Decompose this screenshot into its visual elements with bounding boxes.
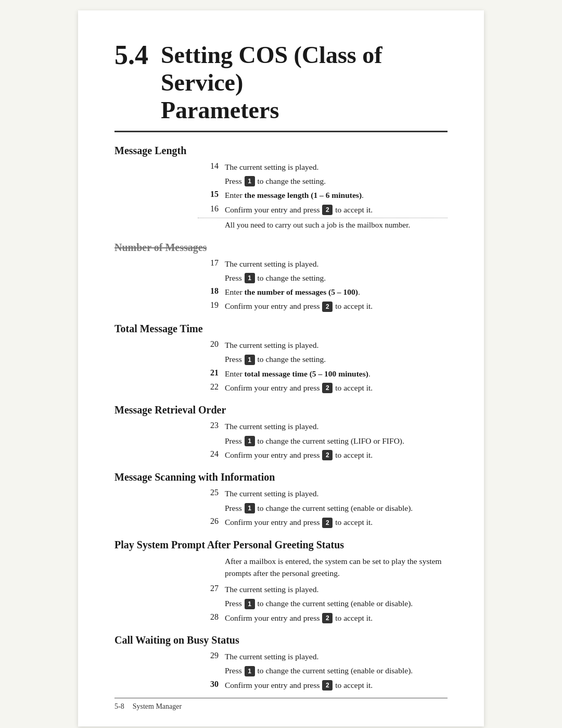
step-14-number: 14 — [198, 161, 219, 171]
footer-title: System Manager — [133, 702, 182, 711]
step-25-content: The current setting is played. — [225, 487, 448, 499]
section-call-waiting: Call Waiting on Busy Status 29 The curre… — [114, 634, 448, 691]
content-play-system-prompt: After a mailbox is entered, the system c… — [114, 555, 448, 624]
step-18-number: 18 — [198, 286, 219, 296]
page-title-block: 5.4 Setting COS (Class of Service) Param… — [114, 42, 448, 124]
step-23-sub: Press 1 to change the current setting (L… — [198, 435, 448, 447]
step-19-content: Confirm your entry and press 2 to accept… — [225, 300, 448, 312]
step-25-number: 25 — [198, 487, 219, 497]
section-heading-message-length: Message Length — [114, 145, 448, 157]
step-22-number: 22 — [198, 382, 219, 392]
step-23-content: The current setting is played. — [225, 420, 448, 432]
section-heading-call-waiting: Call Waiting on Busy Status — [114, 634, 448, 646]
step-15: 15 Enter the message length (1 – 6 minut… — [198, 189, 448, 201]
title-divider — [114, 131, 448, 132]
step-28-number: 28 — [198, 612, 219, 622]
step-18-content: Enter the number of messages (5 – 100). — [225, 286, 448, 298]
step-21: 21 Enter total message time (5 – 100 min… — [198, 368, 448, 380]
section-message-scanning: Message Scanning with Information 25 The… — [114, 471, 448, 528]
key-1f: 1 — [245, 599, 255, 609]
key-1g: 1 — [245, 666, 255, 676]
step-15-number: 15 — [198, 189, 219, 199]
note-message-length: All you need to carry out such a job is … — [198, 219, 448, 231]
key-2f: 2 — [322, 613, 333, 623]
step-16: 16 Confirm your entry and press 2 to acc… — [198, 204, 448, 216]
page: 5.4 Setting COS (Class of Service) Param… — [78, 10, 484, 726]
step-27-sub: Press 1 to change the current setting (e… — [198, 597, 448, 609]
page-footer: 5-8 System Manager — [114, 698, 448, 711]
key-2b: 2 — [322, 302, 333, 312]
step-27-content: The current setting is played. — [225, 583, 448, 595]
step-23-number: 23 — [198, 420, 219, 430]
section-message-retrieval-order: Message Retrieval Order 23 The current s… — [114, 404, 448, 461]
section-message-length: Message Length 14 The current setting is… — [114, 145, 448, 231]
key-2g: 2 — [322, 680, 333, 691]
step-26-number: 26 — [198, 516, 219, 526]
key-1c: 1 — [245, 355, 255, 365]
step-29-content: The current setting is played. — [225, 650, 448, 662]
step-29-sub: Press 1 to change the current setting (e… — [198, 664, 448, 676]
step-19-number: 19 — [198, 300, 219, 310]
step-17-number: 17 — [198, 258, 219, 268]
step-20-content: The current setting is played. — [225, 339, 448, 351]
step-26-content: Confirm your entry and press 2 to accept… — [225, 516, 448, 528]
key-1: 1 — [245, 176, 255, 186]
content-total-message-time: 20 The current setting is played. Press … — [114, 339, 448, 394]
section-intro-play-system-prompt: After a mailbox is entered, the system c… — [198, 555, 448, 580]
content-message-scanning: 25 The current setting is played. Press … — [114, 487, 448, 528]
section-number: 5.4 — [114, 42, 148, 69]
step-28: 28 Confirm your entry and press 2 to acc… — [198, 612, 448, 624]
step-25: 25 The current setting is played. — [198, 487, 448, 499]
step-29: 29 The current setting is played. — [198, 650, 448, 662]
step-26: 26 Confirm your entry and press 2 to acc… — [198, 516, 448, 528]
step-27-number: 27 — [198, 583, 219, 593]
step-20: 20 The current setting is played. — [198, 339, 448, 351]
key-1d: 1 — [245, 436, 255, 446]
step-20-sub: Press 1 to change the setting. — [198, 353, 448, 365]
section-play-system-prompt: Play System Prompt After Personal Greeti… — [114, 539, 448, 624]
step-14-sub: Press 1 to change the setting. — [198, 175, 448, 187]
step-20-number: 20 — [198, 339, 219, 349]
section-heading-play-system-prompt: Play System Prompt After Personal Greeti… — [114, 539, 448, 551]
section-total-message-time: Total Message Time 20 The current settin… — [114, 323, 448, 394]
key-2e: 2 — [322, 518, 333, 528]
step-15-content: Enter the message length (1 – 6 minutes)… — [225, 189, 448, 201]
content-call-waiting: 29 The current setting is played. Press … — [114, 650, 448, 691]
step-19: 19 Confirm your entry and press 2 to acc… — [198, 300, 448, 312]
step-30: 30 Confirm your entry and press 2 to acc… — [198, 679, 448, 691]
step-14: 14 The current setting is played. — [198, 161, 448, 173]
step-17-content: The current setting is played. — [225, 258, 448, 270]
step-21-number: 21 — [198, 368, 219, 378]
step-29-number: 29 — [198, 650, 219, 660]
key-2: 2 — [322, 205, 333, 215]
step-17: 17 The current setting is played. — [198, 258, 448, 270]
step-21-content: Enter total message time (5 – 100 minute… — [225, 368, 448, 380]
step-30-number: 30 — [198, 679, 219, 689]
step-14-content: The current setting is played. — [225, 161, 448, 173]
section-heading-retrieval-order: Message Retrieval Order — [114, 404, 448, 416]
step-16-content: Confirm your entry and press 2 to accept… — [225, 204, 448, 216]
step-30-content: Confirm your entry and press 2 to accept… — [225, 679, 448, 691]
section-number-of-messages: Number of Messages 17 The current settin… — [114, 242, 448, 312]
key-2c: 2 — [322, 383, 333, 393]
section-heading-total-message-time: Total Message Time — [114, 323, 448, 335]
content-message-length: 14 The current setting is played. Press … — [114, 161, 448, 231]
step-24-number: 24 — [198, 449, 219, 459]
footer-page-number: 5-8 — [114, 702, 124, 711]
key-1b: 1 — [245, 273, 255, 283]
content-retrieval-order: 23 The current setting is played. Press … — [114, 420, 448, 461]
step-17-sub: Press 1 to change the setting. — [198, 272, 448, 284]
step-18: 18 Enter the number of messages (5 – 100… — [198, 286, 448, 298]
step-24: 24 Confirm your entry and press 2 to acc… — [198, 449, 448, 461]
step-23: 23 The current setting is played. — [198, 420, 448, 432]
step-25-sub: Press 1 to change the current setting (e… — [198, 502, 448, 514]
step-22: 22 Confirm your entry and press 2 to acc… — [198, 382, 448, 394]
section-heading-number-of-messages: Number of Messages — [114, 242, 448, 254]
step-28-content: Confirm your entry and press 2 to accept… — [225, 612, 448, 624]
dotted-divider-1 — [198, 218, 448, 218]
title-text: Setting COS (Class of Service) Parameter… — [161, 42, 448, 124]
content-number-of-messages: 17 The current setting is played. Press … — [114, 258, 448, 312]
key-2d: 2 — [322, 450, 333, 460]
step-22-content: Confirm your entry and press 2 to accept… — [225, 382, 448, 394]
step-27: 27 The current setting is played. — [198, 583, 448, 595]
